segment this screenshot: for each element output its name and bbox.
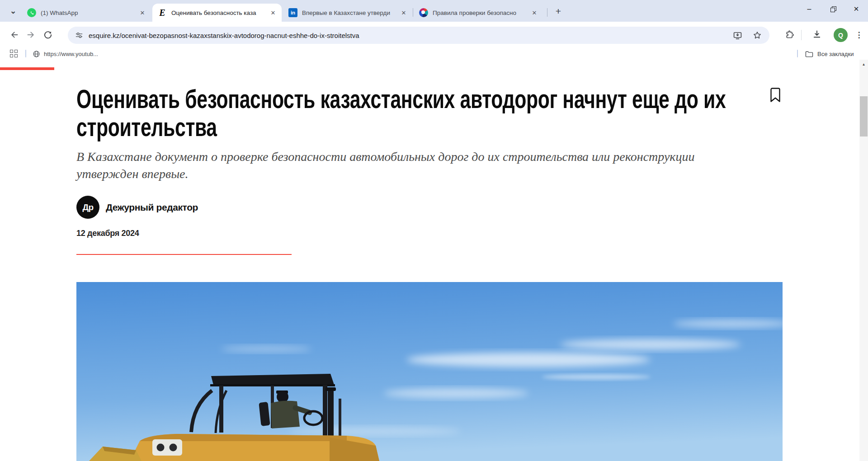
tab-linkedin-article[interactable]: in Впервые в Казахстане утверди ✕	[283, 4, 412, 22]
bookmarks-separator	[797, 50, 798, 57]
download-icon	[812, 29, 822, 39]
forward-button[interactable]	[24, 28, 38, 42]
site-settings-icon[interactable]	[75, 31, 83, 39]
whatsapp-icon	[27, 8, 36, 17]
bookmark-item-youtube[interactable]: https://www.youtub...	[33, 48, 98, 59]
close-icon[interactable]: ✕	[269, 9, 277, 17]
close-icon[interactable]: ✕	[138, 9, 146, 17]
plus-icon: +	[556, 6, 561, 17]
bookmarks-separator	[25, 50, 26, 57]
close-icon[interactable]: ✕	[400, 9, 408, 17]
reload-icon	[43, 30, 52, 39]
article-title: Оценивать безопасность казахстанских авт…	[76, 85, 783, 142]
tab-esquire-article[interactable]: E Оценивать безопасность каза ✕	[152, 4, 282, 22]
hero-illustration	[76, 282, 783, 461]
tab-separator	[547, 8, 547, 17]
url-text: esquire.kz/ocenivat-bezopasnost-kazaxsta…	[89, 32, 726, 39]
bookmarks-bar: https://www.youtub... Все закладки	[0, 48, 868, 60]
tab-search-button[interactable]: ⌄	[6, 5, 20, 17]
tab-strip: ⌄ (1) WhatsApp ✕ E Оценивать безопасност…	[0, 0, 868, 22]
globe-icon	[33, 50, 40, 58]
restore-button[interactable]	[821, 0, 844, 18]
all-bookmarks-button[interactable]: Все закладки	[805, 48, 854, 59]
hero-image	[76, 282, 783, 461]
address-bar[interactable]: esquire.kz/ocenivat-bezopasnost-kazaxsta…	[68, 27, 769, 44]
minimize-button[interactable]: –	[797, 0, 821, 18]
install-app-button[interactable]	[731, 29, 743, 41]
scroll-up-icon: ▲	[862, 62, 866, 66]
tab-whatsapp[interactable]: (1) WhatsApp ✕	[22, 4, 151, 22]
back-button[interactable]	[7, 28, 22, 42]
toolbar-separator	[801, 30, 802, 40]
browser-toolbar: esquire.kz/ocenivat-bezopasnost-kazaxsta…	[0, 22, 868, 48]
reload-button[interactable]	[41, 28, 55, 42]
author-avatar: Др	[76, 196, 99, 219]
tab-pravila-article[interactable]: Правила проверки безопасно ✕	[414, 4, 543, 22]
bookmark-icon	[769, 87, 782, 103]
all-bookmarks-label: Все закладки	[817, 51, 854, 57]
scrollbar-thumb[interactable]	[860, 96, 868, 136]
red-divider	[76, 254, 292, 255]
new-tab-button[interactable]: +	[552, 5, 564, 17]
folder-icon	[805, 50, 813, 58]
kebab-icon: ⋮	[855, 30, 863, 40]
esquire-icon: E	[158, 8, 167, 17]
scroll-up-button[interactable]: ▲	[859, 60, 868, 69]
tab-title: Оценивать безопасность каза	[171, 9, 265, 16]
apps-grid-icon[interactable]	[10, 50, 19, 58]
forward-arrow-icon	[26, 30, 35, 39]
tab-title: Правила проверки безопасно	[433, 9, 527, 16]
linkedin-icon: in	[288, 8, 297, 17]
install-icon	[733, 31, 742, 40]
restore-icon	[830, 7, 835, 12]
tab-title: (1) WhatsApp	[41, 9, 135, 16]
window-controls: – ✕	[797, 0, 868, 18]
back-arrow-icon	[10, 30, 19, 39]
browser-menu-button[interactable]: ⋮	[854, 28, 864, 42]
bookmark-page-button[interactable]	[751, 29, 763, 41]
author-name[interactable]: Дежурный редактор	[106, 202, 198, 213]
extensions-button[interactable]	[784, 28, 796, 40]
colorful-circle-icon	[419, 8, 428, 17]
author-row: Др Дежурный редактор	[76, 196, 198, 219]
browser-window: ⌄ (1) WhatsApp ✕ E Оценивать безопасност…	[0, 0, 868, 461]
reading-progress-bar	[0, 67, 54, 70]
profile-avatar[interactable]: Q	[834, 28, 848, 42]
save-article-button[interactable]	[769, 87, 782, 103]
page-content: Оценивать безопасность казахстанских авт…	[0, 60, 859, 461]
article-subtitle: В Казахстане документ о проверке безопас…	[76, 148, 741, 183]
downloads-button[interactable]	[811, 28, 823, 40]
tab-separator	[413, 8, 413, 17]
tab-title: Впервые в Казахстане утверди	[302, 9, 396, 16]
close-icon[interactable]: ✕	[530, 9, 538, 17]
bookmark-label: https://www.youtub...	[44, 51, 98, 57]
puzzle-icon	[785, 29, 795, 39]
scrollbar[interactable]: ▲	[859, 60, 868, 461]
close-window-button[interactable]: ✕	[844, 0, 868, 18]
chevron-down-icon: ⌄	[10, 6, 16, 16]
article-date: 12 декабря 2024	[76, 229, 139, 238]
star-icon	[753, 31, 762, 40]
